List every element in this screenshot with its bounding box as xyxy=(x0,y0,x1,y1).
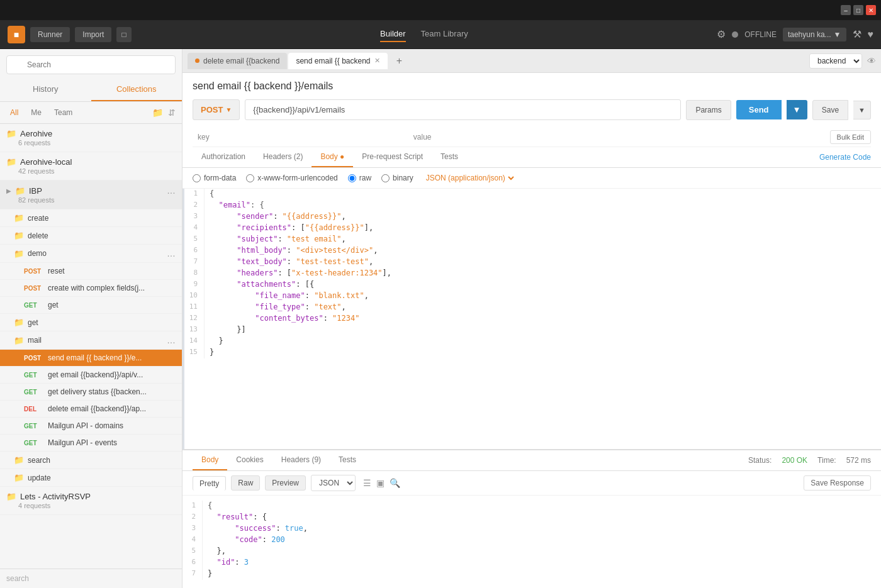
close-tab-icon[interactable]: ✕ xyxy=(374,57,380,65)
collection-lets-activity[interactable]: 📁 Lets - ActivityRSVP 4 requests xyxy=(0,487,182,515)
wrench-icon[interactable]: ⚒ xyxy=(853,28,861,40)
method-badge: POST xyxy=(24,285,44,292)
settings-icon[interactable]: ⚙ xyxy=(717,28,726,40)
collection-aerohive-local[interactable]: 📁 Aerohive-local 42 requests xyxy=(0,152,182,180)
new-tab-button[interactable]: □ xyxy=(116,27,131,42)
line-content: } xyxy=(205,336,223,347)
request-sub-tabs: Authorization Headers (2) Body ● Pre-req… xyxy=(182,147,881,168)
bulk-edit-button[interactable]: Bulk Edit xyxy=(830,130,871,144)
method-selector[interactable]: POST ▼ xyxy=(193,99,240,120)
chevron-down-icon: ▼ xyxy=(225,106,232,113)
list-icon[interactable]: ☰ xyxy=(363,478,371,488)
request-item-delete-email[interactable]: DEL delete email {{backend}}/ap... xyxy=(0,401,182,418)
method-label: POST xyxy=(201,105,223,114)
subfolder-get[interactable]: 📁 get xyxy=(0,314,182,331)
save-response-button[interactable]: Save Response xyxy=(804,475,871,491)
request-item-delivery-status[interactable]: GET get delivery status {{backen... xyxy=(0,384,182,401)
filter-me[interactable]: Me xyxy=(27,107,45,118)
request-item-send-email[interactable]: POST send email {{ backend }}/e... xyxy=(0,350,182,367)
resp-tab-cookies[interactable]: Cookies xyxy=(227,450,272,470)
item-label: delete email {{backend}}/ap... xyxy=(48,404,146,413)
resp-tab-headers[interactable]: Headers (9) xyxy=(272,450,330,470)
request-body-editor[interactable]: 1 { 2 "email": { 3 "sender": "{{address}… xyxy=(182,189,881,450)
form-data-option[interactable]: form-data xyxy=(193,174,236,182)
eye-icon[interactable]: 👁 xyxy=(867,56,876,66)
subfolder-search[interactable]: 📁 search xyxy=(0,452,182,469)
window-controls[interactable]: – □ ✕ xyxy=(841,5,876,15)
request-item-get-email[interactable]: GET get email {{backend}}/api/v... xyxy=(0,367,182,384)
tab-delete-email[interactable]: delete email {{backend xyxy=(188,53,287,69)
generate-code-button[interactable]: Generate Code xyxy=(819,153,871,162)
more-icon[interactable]: … xyxy=(167,248,176,258)
runner-button[interactable]: Runner xyxy=(30,27,70,42)
import-button[interactable]: Import xyxy=(75,27,111,42)
user-menu[interactable]: taehyun ka... ▼ xyxy=(783,28,846,42)
subfolder-update[interactable]: 📁 update xyxy=(0,469,182,487)
response-icons[interactable]: ▣ 🔍 xyxy=(376,478,400,488)
tab-pre-request-script[interactable]: Pre-request Script xyxy=(353,147,432,167)
resp-tab-tests[interactable]: Tests xyxy=(330,450,365,470)
binary-option[interactable]: binary xyxy=(381,174,413,182)
collections-tab[interactable]: Collections xyxy=(91,78,182,101)
collection-ibp[interactable]: ▶ 📁 IBP … 82 requests xyxy=(0,180,182,209)
form-data-radio[interactable] xyxy=(193,174,201,182)
response-format-selector[interactable]: JSON xyxy=(311,475,356,491)
code-line-1: 1 { xyxy=(184,189,881,200)
builder-tab[interactable]: Builder xyxy=(380,26,405,42)
tab-right-controls: backend 👁 xyxy=(809,53,876,69)
binary-radio[interactable] xyxy=(381,174,390,182)
heart-icon[interactable]: ♥ xyxy=(868,29,874,40)
filter-icons[interactable]: 📁 ⇵ xyxy=(152,108,176,118)
url-input[interactable] xyxy=(245,99,681,120)
send-dropdown-button[interactable]: ▼ xyxy=(787,100,807,119)
maximize-button[interactable]: □ xyxy=(853,5,863,15)
save-button[interactable]: Save xyxy=(812,100,848,120)
preview-button[interactable]: Preview xyxy=(265,475,306,491)
subfolder-create[interactable]: 📁 create xyxy=(0,209,182,227)
more-icon[interactable]: … xyxy=(167,335,176,345)
add-tab-button[interactable]: + xyxy=(393,54,407,68)
urlencoded-radio[interactable] xyxy=(246,174,254,182)
send-button[interactable]: Send xyxy=(736,100,782,119)
pretty-button[interactable]: Pretty xyxy=(193,476,226,491)
search-response-icon[interactable]: 🔍 xyxy=(390,478,400,488)
tab-tests[interactable]: Tests xyxy=(432,147,467,167)
filter-all[interactable]: All xyxy=(6,107,22,118)
tab-headers[interactable]: Headers (2) xyxy=(254,147,311,167)
close-button[interactable]: ✕ xyxy=(866,5,876,15)
team-library-tab[interactable]: Team Library xyxy=(421,26,468,42)
raw-option[interactable]: raw xyxy=(348,174,371,182)
history-tab[interactable]: History xyxy=(0,78,91,101)
minimize-button[interactable]: – xyxy=(841,5,851,15)
sort-icon[interactable]: ⇵ xyxy=(168,108,176,118)
resp-tab-body[interactable]: Body xyxy=(193,450,227,470)
add-folder-icon[interactable]: 📁 xyxy=(152,108,163,118)
urlencoded-option[interactable]: x-www-form-urlencoded xyxy=(246,174,337,182)
filter-team[interactable]: Team xyxy=(50,107,76,118)
request-item-get[interactable]: GET get xyxy=(0,297,182,314)
subfolder-delete[interactable]: 📁 delete xyxy=(0,227,182,245)
params-button[interactable]: Params xyxy=(686,100,731,120)
search-input[interactable] xyxy=(6,55,176,74)
collection-aerohive[interactable]: 📁 Aerohive 6 requests xyxy=(0,124,182,152)
copy-icon[interactable]: ▣ xyxy=(376,478,384,488)
status-label: Status: xyxy=(748,456,772,465)
request-item-mailgun-domains[interactable]: GET Mailgun API - domains xyxy=(0,418,182,435)
raw-radio[interactable] xyxy=(348,174,356,182)
subfolder-demo[interactable]: 📁 demo … xyxy=(0,245,182,263)
code-line-10: 10 "file_name": "blank.txt", xyxy=(184,291,881,302)
request-item-mailgun-events[interactable]: GET Mailgun API - events xyxy=(0,435,182,452)
tab-send-email[interactable]: send email {{ backend ✕ xyxy=(288,53,387,69)
request-item-create-complex[interactable]: POST create with complex fields(j... xyxy=(0,280,182,297)
format-selector[interactable]: JSON (application/json) xyxy=(424,173,516,183)
tab-body[interactable]: Body ● xyxy=(311,147,353,167)
chevron-down-icon: ▼ xyxy=(834,30,841,39)
tab-authorization[interactable]: Authorization xyxy=(193,147,254,167)
more-icon[interactable]: … xyxy=(167,186,176,196)
request-item-reset[interactable]: POST reset xyxy=(0,263,182,280)
raw-button[interactable]: Raw xyxy=(231,475,260,491)
status-value: 200 OK xyxy=(782,456,807,465)
subfolder-mail[interactable]: 📁 mail … xyxy=(0,331,182,350)
save-dropdown-button[interactable]: ▼ xyxy=(853,101,871,119)
environment-selector[interactable]: backend xyxy=(809,53,862,69)
